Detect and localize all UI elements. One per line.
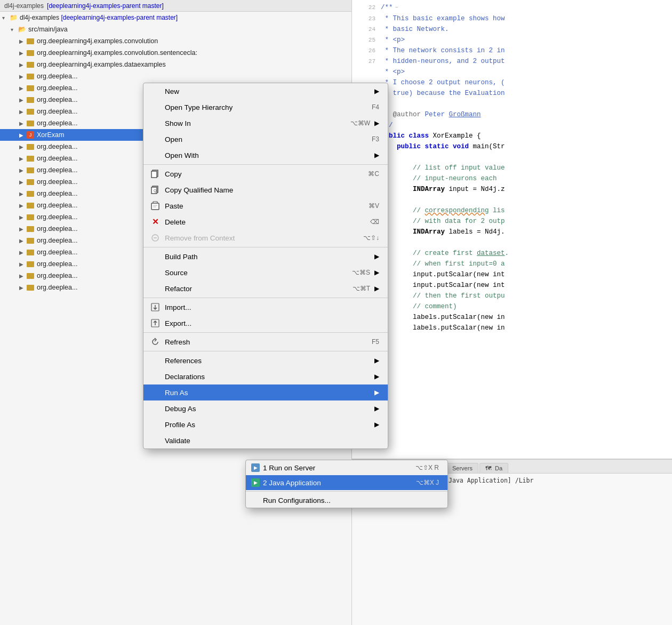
arrow-icon: ▶ <box>19 156 26 162</box>
arrow-icon: ▶ <box>374 253 379 260</box>
menu-item-copy[interactable]: Copy ⌘C <box>143 166 388 182</box>
menu-item-refresh[interactable]: Refresh F5 <box>143 334 388 350</box>
item-label: org.deeplea... <box>37 237 77 244</box>
code-line: 25 * <p> <box>356 35 668 45</box>
menu-item-import[interactable]: Import... <box>143 299 388 315</box>
package-icon <box>27 273 34 279</box>
arrow-icon: ▶ <box>19 214 26 220</box>
code-line: * true) because the Evaluation <box>356 88 668 99</box>
menu-run-as-label: Run As <box>165 389 370 397</box>
menu-delete-label: Delete <box>165 218 359 226</box>
menu-item-refactor[interactable]: Refactor ⌥⌘T ▶ <box>143 281 388 297</box>
code-line: INDArray input = Nd4j.z <box>356 184 668 195</box>
menu-item-open[interactable]: Open F3 <box>143 131 388 147</box>
arrow-icon: ▶ <box>374 357 379 364</box>
item-label: org.deeplearning4j.examples.convolution.… <box>37 49 197 57</box>
menu-item-paste[interactable]: Paste ⌘V <box>143 198 388 214</box>
code-line: * @author Peter Großmann <box>356 109 668 120</box>
svg-text:Q: Q <box>154 189 157 193</box>
item-label: org.deeplearning4j.examples.convolution <box>37 37 158 45</box>
menu-item-source[interactable]: Source ⌥⌘S ▶ <box>143 265 388 281</box>
code-line: */ <box>356 120 668 131</box>
arrow-icon: ▶ <box>19 121 26 126</box>
menu-item-open-with[interactable]: Open With ▶ <box>143 147 388 163</box>
menu-import-label: Import... <box>165 303 379 311</box>
menu-item-copy-qualified[interactable]: Q Copy Qualified Name <box>143 182 388 198</box>
references-icon <box>150 355 161 366</box>
package-icon <box>27 191 34 197</box>
paste-icon <box>150 201 161 211</box>
menu-declarations-label: Declarations <box>165 373 370 381</box>
submenu-run-on-server[interactable]: ▶ 1 Run on Server ⌥⇧X R <box>246 460 447 475</box>
menu-item-export[interactable]: Export... <box>143 315 388 331</box>
svg-rect-1 <box>151 171 157 178</box>
tab-da-label: Da <box>495 465 502 471</box>
menu-item-profile-as[interactable]: Profile As ▶ <box>143 416 388 432</box>
code-line: // with data for 2 outp <box>356 216 668 227</box>
menu-item-debug-as[interactable]: Debug As ▶ <box>143 400 388 416</box>
item-label: org.deeplea... <box>37 108 77 115</box>
menu-item-declarations[interactable]: Declarations ▶ <box>143 368 388 384</box>
run-as-submenu: ▶ 1 Run on Server ⌥⇧X R ▶ 2 Java Applica… <box>245 460 448 508</box>
menu-item-remove-context[interactable]: Remove from Context ⌥⇧↓ <box>143 230 388 246</box>
run-as-icon <box>150 387 161 398</box>
run-on-server-icon: ▶ <box>251 463 260 472</box>
code-line: // then the first outpu <box>356 291 668 301</box>
tree-root-text: dl4j-examples [deeplearning4j-examples-p… <box>20 14 178 21</box>
package-icon <box>27 167 34 173</box>
menu-item-validate[interactable]: Validate <box>143 432 388 448</box>
arrow-icon: ▶ <box>19 273 26 279</box>
menu-item-new[interactable]: New ▶ <box>143 83 388 99</box>
menu-item-show-in[interactable]: Show In ⌥⌘W ▶ <box>143 115 388 131</box>
tab-da[interactable]: 🗺 Da <box>479 463 508 473</box>
menu-profile-as-label: Profile As <box>165 421 370 429</box>
menu-validate-label: Validate <box>165 437 379 445</box>
java-file-icon: J <box>27 131 34 139</box>
run-config-icon <box>251 496 260 504</box>
open-icon <box>150 134 161 145</box>
java-app-label: 2 Java Application <box>263 479 321 487</box>
arrow-icon: ▶ <box>19 203 26 209</box>
list-item[interactable]: ▶ org.deeplearning4j.examples.convolutio… <box>0 47 351 59</box>
shortcut-remove: ⌥⇧↓ <box>363 234 379 242</box>
menu-item-open-type-hierarchy[interactable]: Open Type Hierarchy F4 <box>143 99 388 115</box>
remove-context-icon <box>150 233 161 243</box>
arrow-icon: ▶ <box>19 85 26 91</box>
package-icon <box>27 226 34 232</box>
shortcut-show-in: ⌥⌘W <box>350 119 370 127</box>
item-label: org.deeplea... <box>37 284 77 291</box>
validate-icon <box>150 435 161 446</box>
src-label: src/main/java <box>28 26 68 33</box>
menu-item-build-path[interactable]: Build Path ▶ <box>143 249 388 265</box>
arrow-icon: ▶ <box>374 405 379 412</box>
arrow-icon: ▾ <box>2 15 9 21</box>
tree-root-item[interactable]: ▾ 📁 dl4j-examples [deeplearning4j-exampl… <box>0 12 351 23</box>
submenu-run-configurations[interactable]: Run Configurations... <box>246 493 447 508</box>
item-label: org.deeplea... <box>37 166 77 174</box>
tree-root-label: dl4j-examples <box>4 2 44 10</box>
submenu-java-application[interactable]: ▶ 2 Java Application ⌥⌘X J <box>246 475 447 490</box>
package-icon <box>27 50 34 56</box>
code-line: 23 * This basic example shows how <box>356 13 668 24</box>
code-line: INDArray labels = Nd4j. <box>356 227 668 237</box>
code-line: 26 * The network consists in 2 in <box>356 45 668 56</box>
arrow-icon: ▶ <box>19 50 26 56</box>
list-item[interactable]: ▶org.deeplea... <box>0 70 351 82</box>
src-main-java[interactable]: ▾ 📂 src/main/java <box>0 23 351 35</box>
item-label: org.deeplearning4j.examples.dataexamples <box>37 61 166 68</box>
list-item[interactable]: ▶ org.deeplearning4j.examples.convolutio… <box>0 35 351 47</box>
package-icon <box>27 38 34 44</box>
debug-as-icon <box>150 403 161 414</box>
item-label: org.deeplea... <box>37 84 77 92</box>
menu-item-run-as[interactable]: Run As ▶ <box>143 384 388 400</box>
package-icon <box>27 285 34 291</box>
item-label: org.deeplea... <box>37 190 77 197</box>
menu-item-references[interactable]: References ▶ <box>143 352 388 368</box>
item-label: org.deeplea... <box>37 119 77 127</box>
list-item[interactable]: ▶ org.deeplearning4j.examples.dataexampl… <box>0 59 351 70</box>
code-line: labels.putScalar(new in <box>356 312 668 323</box>
separator <box>143 332 388 333</box>
package-icon <box>27 250 34 255</box>
shortcut-java-app: ⌥⌘X J <box>416 479 439 486</box>
menu-item-delete[interactable]: ✕ Delete ⌫ <box>143 214 388 230</box>
